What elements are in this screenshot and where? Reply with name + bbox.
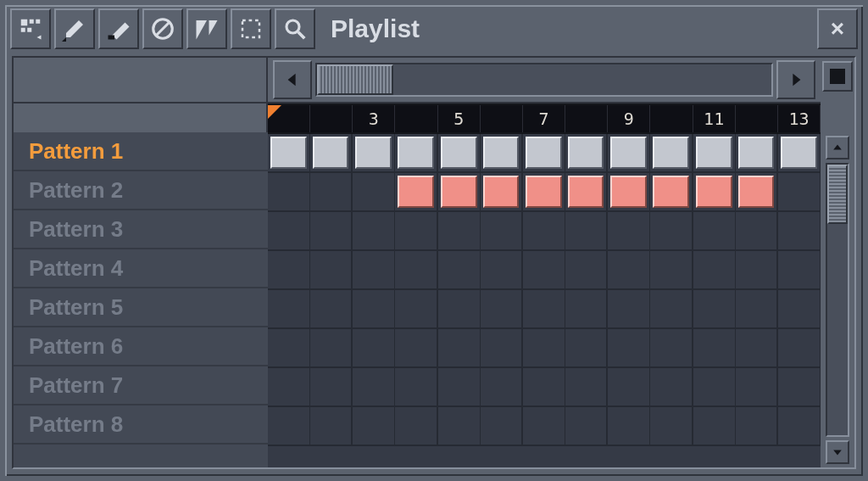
grid-cell[interactable] bbox=[310, 368, 353, 407]
pattern-name[interactable]: Pattern 2 bbox=[14, 171, 268, 210]
grid-cell[interactable] bbox=[268, 173, 310, 212]
grid-cell[interactable] bbox=[693, 329, 736, 368]
clip-block[interactable] bbox=[610, 176, 647, 208]
grid-cell[interactable] bbox=[353, 407, 395, 446]
grid-cell[interactable] bbox=[395, 173, 437, 212]
pattern-name[interactable]: Pattern 5 bbox=[14, 288, 268, 327]
grid-cell[interactable] bbox=[736, 290, 778, 329]
clip-block[interactable] bbox=[526, 137, 562, 169]
clip-block[interactable] bbox=[738, 176, 774, 208]
grid-cell[interactable] bbox=[608, 173, 650, 212]
grid-cell[interactable] bbox=[268, 212, 310, 251]
grid-cell[interactable] bbox=[565, 251, 608, 290]
timeline-tick[interactable] bbox=[310, 105, 353, 132]
scroll-right-button[interactable] bbox=[776, 60, 815, 99]
timeline-tick[interactable]: 7 bbox=[523, 105, 565, 132]
pattern-name[interactable]: Pattern 6 bbox=[14, 327, 268, 366]
grid-cell[interactable] bbox=[268, 134, 310, 173]
grid-cell[interactable] bbox=[736, 212, 778, 251]
clip-block[interactable] bbox=[398, 137, 433, 169]
hscroll-track[interactable] bbox=[315, 63, 773, 97]
grid-cell[interactable] bbox=[523, 368, 565, 407]
timeline-tick[interactable] bbox=[565, 105, 608, 132]
grid-cell[interactable] bbox=[650, 290, 693, 329]
grid-cell[interactable] bbox=[608, 251, 650, 290]
grid-cell[interactable] bbox=[395, 251, 437, 290]
grid-cell[interactable] bbox=[438, 407, 481, 446]
grid-cell[interactable] bbox=[438, 212, 481, 251]
grid-cell[interactable] bbox=[736, 251, 778, 290]
grid-cell[interactable] bbox=[353, 212, 395, 251]
grid-cell[interactable] bbox=[268, 329, 310, 368]
grid-cell[interactable] bbox=[310, 290, 353, 329]
grid-cell[interactable] bbox=[650, 407, 693, 446]
grid-cell[interactable] bbox=[268, 251, 310, 290]
timeline-tick[interactable]: 3 bbox=[353, 105, 395, 132]
vscroll-thumb[interactable] bbox=[827, 165, 848, 224]
grid-cell[interactable] bbox=[310, 212, 353, 251]
grid-cell[interactable] bbox=[650, 134, 693, 173]
close-button[interactable]: × bbox=[817, 8, 858, 49]
scroll-down-button[interactable] bbox=[826, 440, 849, 464]
timeline-ruler[interactable]: 35791113 bbox=[268, 103, 821, 132]
grid-cell[interactable] bbox=[310, 407, 353, 446]
grid-cell[interactable] bbox=[565, 134, 608, 173]
clip-block[interactable] bbox=[398, 176, 433, 208]
clip-block[interactable] bbox=[738, 137, 774, 169]
grid-cell[interactable] bbox=[268, 368, 310, 407]
grid-cell[interactable] bbox=[523, 329, 565, 368]
grid-cell[interactable] bbox=[736, 407, 778, 446]
grid-cell[interactable] bbox=[438, 368, 481, 407]
grid-cell[interactable] bbox=[523, 407, 565, 446]
select-button[interactable] bbox=[231, 8, 271, 49]
grid-cell[interactable] bbox=[395, 368, 437, 407]
pattern-name[interactable]: Pattern 7 bbox=[14, 366, 268, 405]
grid-cell[interactable] bbox=[608, 134, 650, 173]
timeline-tick[interactable] bbox=[481, 105, 523, 132]
grid-cell[interactable] bbox=[608, 329, 650, 368]
grid-cell[interactable] bbox=[395, 329, 437, 368]
grid-cell[interactable] bbox=[778, 368, 821, 407]
grid-cell[interactable] bbox=[650, 329, 693, 368]
clip-block[interactable] bbox=[270, 137, 307, 169]
grid-cell[interactable] bbox=[523, 212, 565, 251]
clip-block[interactable] bbox=[313, 137, 348, 169]
timeline-tick[interactable] bbox=[736, 105, 778, 132]
clip-block[interactable] bbox=[568, 176, 604, 208]
grid-cell[interactable] bbox=[268, 290, 310, 329]
clip-block[interactable] bbox=[696, 137, 732, 169]
play-marker[interactable] bbox=[268, 105, 281, 119]
grid-cell[interactable] bbox=[565, 212, 608, 251]
timeline-tick[interactable] bbox=[395, 105, 437, 132]
grid-cell[interactable] bbox=[778, 407, 821, 446]
paint-button[interactable] bbox=[98, 8, 139, 49]
clip-block[interactable] bbox=[696, 176, 732, 208]
grid-cell[interactable] bbox=[693, 173, 736, 212]
grid-cell[interactable] bbox=[650, 368, 693, 407]
grid-cell[interactable] bbox=[778, 329, 821, 368]
grid-cell[interactable] bbox=[353, 290, 395, 329]
grid-cell[interactable] bbox=[736, 173, 778, 212]
grid-cell[interactable] bbox=[310, 329, 353, 368]
song-mode-button[interactable] bbox=[822, 61, 853, 92]
grid-cell[interactable] bbox=[438, 173, 481, 212]
timeline-tick[interactable]: 13 bbox=[778, 105, 821, 132]
vscroll-track[interactable] bbox=[826, 163, 849, 437]
grid-cell[interactable] bbox=[481, 134, 523, 173]
slice-button[interactable] bbox=[186, 8, 227, 49]
clip-block[interactable] bbox=[610, 137, 647, 169]
grid-cell[interactable] bbox=[778, 290, 821, 329]
grid-cell[interactable] bbox=[608, 290, 650, 329]
grid-cell[interactable] bbox=[481, 212, 523, 251]
grid-cell[interactable] bbox=[736, 134, 778, 173]
grid-cell[interactable] bbox=[395, 290, 437, 329]
timeline-tick[interactable] bbox=[650, 105, 693, 132]
grid-cell[interactable] bbox=[523, 173, 565, 212]
grid-cell[interactable] bbox=[650, 212, 693, 251]
clip-block[interactable] bbox=[653, 137, 688, 169]
grid-cell[interactable] bbox=[481, 407, 523, 446]
grid-cell[interactable] bbox=[608, 212, 650, 251]
grid-cell[interactable] bbox=[778, 212, 821, 251]
pattern-name[interactable]: Pattern 8 bbox=[14, 405, 268, 445]
grid-cell[interactable] bbox=[395, 134, 437, 173]
